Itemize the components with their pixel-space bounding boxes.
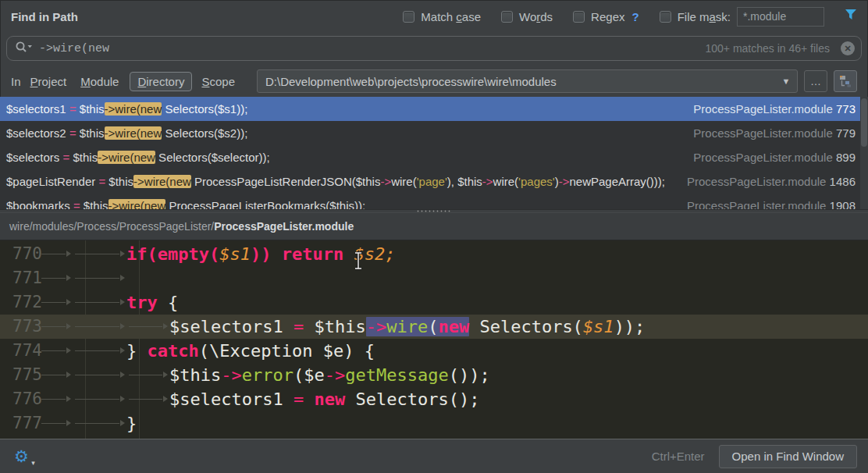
result-row[interactable]: $bookmarks = $this->wire(new ProcessPage… [0,194,868,209]
tab-whitespace-arrow-icon [73,387,126,411]
tab-whitespace-arrow-icon [39,315,73,339]
tab-whitespace-arrow-icon [73,242,126,266]
breadcrumb-file: ProcessPageLister.module [214,220,354,233]
regex-option[interactable]: Regex ? [573,10,639,23]
result-code: $selectors = $this->wire(new Selectors($… [6,151,687,164]
tab-whitespace-arrow-icon [73,363,126,387]
regex-checkbox[interactable] [573,11,585,23]
code-line[interactable]: 772try { [0,290,868,315]
result-code: $selectors2 = $this->wire(new Selectors(… [6,126,687,140]
tab-whitespace-arrow-icon [39,339,73,363]
tab-whitespace-arrow-icon [39,387,73,411]
result-code: $selectors1 = $this->wire(new Selectors(… [6,102,687,116]
settings-gear-icon[interactable]: ⚙▾ [14,447,29,466]
result-row[interactable]: $selectors2 = $this->wire(new Selectors(… [0,121,868,145]
directory-path-combobox[interactable]: D:\Development\web\projects\processwire\… [257,69,798,93]
result-code: $pageListRender = $this->wire(new Proces… [6,175,681,188]
scope-tab-scope[interactable]: Scope [201,75,235,88]
tab-whitespace-arrow-icon [73,339,126,363]
chevron-down-icon[interactable]: ▼ [775,76,797,86]
tab-whitespace-arrow-icon [39,242,73,266]
match-case-label: Match case [421,10,481,23]
file-mask-label: File mask: [678,10,731,23]
result-file-ref: ProcessPageLister.module 1908 [687,199,856,209]
line-number: 771 [0,266,39,290]
match-case-checkbox[interactable] [403,11,414,23]
scope-in-label: In [11,75,21,88]
match-case-option[interactable]: Match case [403,10,481,23]
tab-whitespace-arrow-icon [73,266,126,290]
line-number: 775 [0,363,39,387]
regex-label: Regex [591,10,624,23]
code-line[interactable]: 771 [0,266,868,290]
words-label: Words [519,10,553,23]
text-cursor [353,251,364,270]
dialog-title: Find in Path [11,10,78,23]
scope-tab-project[interactable]: Project [30,75,67,88]
line-number: 774 [0,339,39,363]
clear-search-icon[interactable]: ✕ [841,41,855,55]
result-file-ref: ProcessPageLister.module 779 [693,126,856,140]
file-mask-input[interactable] [737,7,824,27]
tab-whitespace-arrow-icon [126,315,169,339]
open-in-find-window-button[interactable]: Open in Find Window [719,445,857,468]
line-number: 777 [0,411,39,436]
code-line[interactable]: 775$this->error($e->getMessage()); [0,363,868,387]
search-query-text: ->wire(new [39,42,699,55]
breadcrumb-path: wire/modules/Process/ProcessPageLister/ [9,220,214,233]
regex-help-link[interactable]: ? [631,10,639,23]
result-row[interactable]: $selectors1 = $this->wire(new Selectors(… [0,97,868,121]
code-line[interactable]: 773$selectors1 = $this->wire(new Selecto… [0,315,868,339]
directory-structure-button[interactable] [834,70,857,92]
browse-directory-button[interactable]: … [804,70,827,92]
tab-whitespace-arrow-icon [126,387,169,411]
tab-whitespace-arrow-icon [73,315,126,339]
find-in-path-dialog: Find in Path Match case Words Regex ? Fi… [0,0,868,473]
dialog-header: Find in Path Match case Words Regex ? Fi… [0,0,868,33]
tab-whitespace-arrow-icon [39,290,73,315]
preview-breadcrumb: wire/modules/Process/ProcessPageLister/P… [0,212,868,240]
tab-whitespace-arrow-icon [39,266,73,290]
tab-whitespace-arrow-icon [126,363,169,387]
result-file-ref: ProcessPageLister.module 1486 [687,175,856,188]
file-mask-checkbox[interactable] [660,11,671,23]
line-number: 773 [0,315,39,339]
scrollbar-thumb[interactable] [861,98,867,147]
search-row: ->wire(new 100+ matches in 46+ files ✕ [0,33,868,66]
match-count-text: 100+ matches in 46+ files [705,42,830,55]
result-row[interactable]: $selectors = $this->wire(new Selectors($… [0,145,868,169]
editor-lines: 770if(empty($s1)) return $s2;771772try {… [0,240,868,436]
code-line[interactable]: 777} [0,411,868,436]
line-number: 770 [0,242,39,266]
line-number: 772 [0,290,39,315]
scope-tab-directory[interactable]: Directory [130,72,192,91]
results-scrollbar[interactable] [860,97,868,209]
result-row[interactable]: $pageListRender = $this->wire(new Proces… [0,169,868,194]
words-checkbox[interactable] [501,11,513,23]
gear-caret-icon: ▾ [31,459,35,467]
splitter-dots-icon [416,210,452,212]
code-line[interactable]: 774} catch(\Exception $e) { [0,339,868,363]
code-line[interactable]: 770if(empty($s1)) return $s2; [0,242,868,266]
filter-icon[interactable] [845,9,857,23]
scope-row: In Project Module Directory Scope D:\Dev… [0,66,868,97]
directory-path-value: D:\Development\web\projects\processwire\… [265,75,775,88]
scope-tab-module[interactable]: Module [80,75,119,88]
code-preview-editor[interactable]: 770if(empty($s1)) return $s2;771772try {… [0,240,868,439]
tab-whitespace-arrow-icon [39,411,73,436]
line-number: 776 [0,387,39,411]
tab-whitespace-arrow-icon [73,290,126,315]
shortcut-hint: Ctrl+Enter [652,450,705,463]
results-rows: $selectors1 = $this->wire(new Selectors(… [0,97,868,209]
result-code: $bookmarks = $this->wire(new ProcessPage… [6,199,681,209]
code-line[interactable]: 776$selectors1 = new Selectors(); [0,387,868,411]
result-file-ref: ProcessPageLister.module 773 [693,102,856,116]
tab-whitespace-arrow-icon [39,363,73,387]
file-mask-option[interactable]: File mask: [660,7,824,27]
tab-whitespace-arrow-icon [73,411,126,436]
search-input[interactable]: ->wire(new 100+ matches in 46+ files ✕ [6,36,862,61]
words-option[interactable]: Words [501,10,553,23]
search-icon[interactable] [15,41,33,56]
splitter-handle[interactable] [0,209,868,212]
directory-structure-icon [839,75,852,87]
